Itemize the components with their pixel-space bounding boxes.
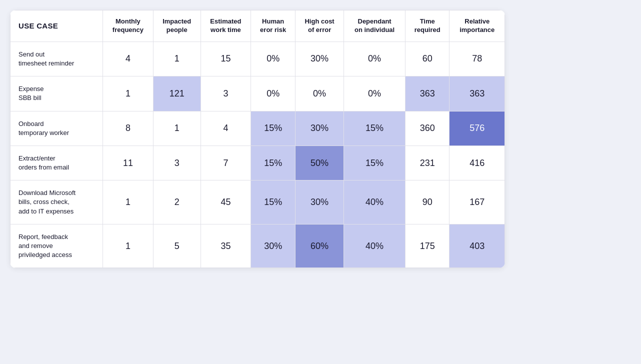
data-cell-estimated_work_time: 7 xyxy=(200,146,251,180)
data-cell-monthly_frequency: 4 xyxy=(103,42,154,76)
col-header-time-required: Timerequired xyxy=(405,10,450,42)
data-cell-estimated_work_time: 45 xyxy=(200,180,251,224)
data-cell-time_required: 360 xyxy=(405,111,450,146)
data-cell-dependant_on_individual: 0% xyxy=(344,42,406,76)
data-cell-high_cost_of_error: 50% xyxy=(295,146,344,180)
data-cell-dependant_on_individual: 40% xyxy=(344,224,406,268)
col-header-estimated-work-time: Estimatedwork time xyxy=(200,10,251,42)
data-cell-monthly_frequency: 1 xyxy=(103,224,154,268)
data-cell-estimated_work_time: 35 xyxy=(200,224,251,268)
table-row: Send outtimesheet reminder41150%30%0%607… xyxy=(10,42,505,76)
data-cell-impacted_people: 1 xyxy=(153,42,200,76)
data-cell-human_eror_risk: 15% xyxy=(251,180,296,224)
data-cell-relative_importance: 416 xyxy=(450,146,505,180)
data-cell-human_eror_risk: 0% xyxy=(251,42,296,76)
data-cell-dependant_on_individual: 40% xyxy=(344,180,406,224)
data-cell-dependant_on_individual: 15% xyxy=(344,146,406,180)
data-cell-high_cost_of_error: 0% xyxy=(295,76,344,111)
data-cell-estimated_work_time: 3 xyxy=(200,76,251,111)
data-cell-human_eror_risk: 15% xyxy=(251,146,296,180)
use-case-cell: Extract/enterorders from email xyxy=(10,146,103,180)
data-cell-high_cost_of_error: 30% xyxy=(295,42,344,76)
col-header-human-eror-risk: Humaneror risk xyxy=(251,10,296,42)
data-cell-dependant_on_individual: 15% xyxy=(344,111,406,146)
data-cell-relative_importance: 78 xyxy=(450,42,505,76)
col-header-monthly-frequency: Monthlyfrequency xyxy=(103,10,154,42)
data-cell-time_required: 363 xyxy=(405,76,450,111)
col-header-impacted-people: Impactedpeople xyxy=(153,10,200,42)
data-cell-monthly_frequency: 1 xyxy=(103,76,154,111)
data-cell-relative_importance: 576 xyxy=(450,111,505,146)
col-header-dependant-on-individual: Dependanton individual xyxy=(344,10,406,42)
use-case-cell: ExpenseSBB bill xyxy=(10,76,103,111)
data-cell-impacted_people: 1 xyxy=(153,111,200,146)
table-row: Download Microsoftbills, cross check,add… xyxy=(10,180,505,224)
table-row: Onboardtemporary worker81415%30%15%36057… xyxy=(10,111,505,146)
data-cell-estimated_work_time: 15 xyxy=(200,42,251,76)
col-header-relative-importance: Relativeimportance xyxy=(450,10,505,42)
data-cell-relative_importance: 167 xyxy=(450,180,505,224)
data-cell-impacted_people: 2 xyxy=(153,180,200,224)
data-cell-high_cost_of_error: 60% xyxy=(295,224,344,268)
table-row: Report, feedbackand removepriviledged ac… xyxy=(10,224,505,268)
data-cell-monthly_frequency: 1 xyxy=(103,180,154,224)
table-row: ExpenseSBB bill112130%0%0%363363 xyxy=(10,76,505,111)
use-case-table: USE CASEMonthlyfrequencyImpactedpeopleEs… xyxy=(10,10,505,268)
data-cell-dependant_on_individual: 0% xyxy=(344,76,406,111)
data-cell-high_cost_of_error: 30% xyxy=(295,111,344,146)
data-cell-impacted_people: 121 xyxy=(153,76,200,111)
data-cell-time_required: 175 xyxy=(405,224,450,268)
data-cell-impacted_people: 3 xyxy=(153,146,200,180)
use-case-cell: Send outtimesheet reminder xyxy=(10,42,103,76)
data-cell-human_eror_risk: 0% xyxy=(251,76,296,111)
use-case-cell: Download Microsoftbills, cross check,add… xyxy=(10,180,103,224)
data-cell-impacted_people: 5 xyxy=(153,224,200,268)
table-row: Extract/enterorders from email113715%50%… xyxy=(10,146,505,180)
data-cell-time_required: 231 xyxy=(405,146,450,180)
col-header-high-cost-of-error: High costof error xyxy=(295,10,344,42)
data-cell-time_required: 60 xyxy=(405,42,450,76)
use-case-cell: Onboardtemporary worker xyxy=(10,111,103,146)
data-cell-high_cost_of_error: 30% xyxy=(295,180,344,224)
data-cell-time_required: 90 xyxy=(405,180,450,224)
use-case-cell: Report, feedbackand removepriviledged ac… xyxy=(10,224,103,268)
data-cell-relative_importance: 363 xyxy=(450,76,505,111)
data-cell-estimated_work_time: 4 xyxy=(200,111,251,146)
data-cell-human_eror_risk: 15% xyxy=(251,111,296,146)
data-cell-monthly_frequency: 11 xyxy=(103,146,154,180)
col-header-use-case: USE CASE xyxy=(10,10,103,42)
data-cell-human_eror_risk: 30% xyxy=(251,224,296,268)
main-table-wrapper: USE CASEMonthlyfrequencyImpactedpeopleEs… xyxy=(10,10,505,268)
data-cell-relative_importance: 403 xyxy=(450,224,505,268)
data-cell-monthly_frequency: 8 xyxy=(103,111,154,146)
